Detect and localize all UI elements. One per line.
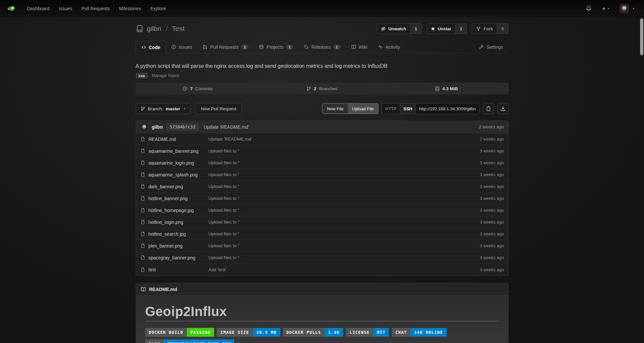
nav-item[interactable]: Milestones	[114, 6, 146, 11]
watchers-count[interactable]: 1	[410, 23, 422, 34]
http-protocol-button[interactable]: HTTP	[382, 103, 400, 114]
new-pull-request-button[interactable]: New Pull Request	[195, 103, 242, 114]
file-commit-message-link[interactable]: Upload files to ''	[209, 160, 480, 165]
readme-body: Geoip2Influx DOCKER BUILD PASSING IMAGE …	[136, 296, 508, 343]
unwatch-button[interactable]: Unwatch	[377, 23, 410, 34]
toolbar-right: New File Upload File HTTP SSH	[322, 103, 508, 114]
file-row: hotline_login.png Upload files to '' 3 w…	[136, 216, 508, 228]
file-name: hotline_search.jpg	[149, 231, 186, 237]
readme-heading: Geoip2Influx	[145, 304, 499, 319]
status-badge[interactable]: LICENSE MIT	[346, 328, 389, 337]
file-commit-message-link[interactable]: Upload files to ''	[209, 220, 480, 224]
create-new-menu[interactable]: + ▾	[602, 6, 609, 12]
file-name: dark_banner.png	[149, 184, 183, 189]
commit-message-link[interactable]: Update 'README.md'	[204, 124, 249, 130]
commits-stat[interactable]: 7 Commits	[136, 83, 260, 94]
file-commit-message-link[interactable]: Upload files to ''	[209, 148, 480, 153]
status-badge[interactable]: CHAT 146 ONLINE	[392, 328, 446, 337]
user-menu[interactable]: ▾	[620, 4, 634, 13]
file-name-link[interactable]: dark_banner.png	[140, 184, 209, 189]
file-commit-message-link[interactable]: Upload files to ''	[209, 184, 480, 189]
file-row: aquamarine_splash.png Upload files to ''…	[136, 169, 508, 181]
tag-icon	[304, 44, 309, 49]
tab-issues[interactable]: Issues	[166, 41, 197, 53]
file-age: 3 weeks ago	[480, 184, 504, 189]
unstar-button[interactable]: ★ Unstar	[427, 23, 456, 34]
fork-label: Fork	[484, 26, 493, 31]
copy-url-button[interactable]	[483, 103, 494, 114]
repo-name-link[interactable]: Test	[172, 25, 185, 33]
new-file-button[interactable]: New File	[322, 104, 348, 114]
file-icon	[140, 172, 145, 177]
file-commit-message-link[interactable]: Upload files to ''	[209, 243, 480, 248]
file-name-link[interactable]: spacegray_banner.png	[140, 255, 209, 260]
scrollbar-thumb[interactable]	[640, 18, 643, 55]
file-name-link[interactable]: plex_banner.png	[140, 243, 209, 249]
status-badge[interactable]: BLOG TECHNICALRAMBLINGS.COM	[145, 339, 235, 343]
manage-topics-link[interactable]: Manage Topics	[152, 73, 180, 78]
ssh-protocol-button[interactable]: SSH	[400, 103, 416, 114]
nav-item[interactable]: Explore	[146, 6, 170, 11]
tab-projects[interactable]: Projects 1	[254, 41, 298, 53]
branch-selector[interactable]: Branch: master ▾	[136, 103, 190, 114]
file-name-link[interactable]: aquamarine_banner.png	[140, 148, 209, 154]
file-name-link[interactable]: hotline_search.jpg	[140, 231, 209, 237]
code-toolbar: Branch: master ▾ New Pull Request New Fi…	[136, 103, 509, 114]
file-name-link[interactable]: test	[140, 267, 209, 272]
branches-stat[interactable]: 2 Branches	[260, 83, 384, 94]
status-badge[interactable]: DOCKER PULLS 1.4K	[283, 328, 344, 337]
topic-tag[interactable]: css	[136, 73, 148, 79]
clone-url-input[interactable]	[416, 103, 479, 114]
notifications-bell-icon[interactable]	[586, 6, 592, 12]
repo-size-value: 4.3 MiB	[442, 86, 458, 91]
fork-action: Fork 0	[472, 23, 508, 34]
file-icon	[140, 267, 145, 272]
file-commit-message-link[interactable]: Upload files to ''	[209, 255, 480, 260]
tab-releases[interactable]: Releases 1	[298, 41, 346, 53]
file-commit-message-link[interactable]: Upload files to ''	[209, 231, 480, 236]
stars-count[interactable]: 1	[456, 23, 467, 34]
file-name-link[interactable]: README.md	[140, 137, 209, 142]
tab-settings[interactable]: Settings	[474, 41, 509, 53]
repo-owner-link[interactable]: gilbn	[147, 25, 161, 33]
readme-header: README.md	[136, 283, 508, 296]
file-name-link[interactable]: aquamarine_splash.png	[140, 172, 209, 177]
commit-sha-link[interactable]: 57384bfc32	[166, 123, 199, 131]
status-badge[interactable]: DOCKER BUILD PASSING	[145, 328, 214, 337]
fork-button[interactable]: Fork	[472, 23, 497, 34]
file-commit-message-link[interactable]: Upload files to ''	[209, 196, 480, 201]
file-name: README.md	[149, 137, 176, 142]
tab-wiki[interactable]: Wiki	[346, 41, 373, 53]
upload-file-button[interactable]: Upload File	[348, 104, 378, 114]
project-board-icon	[259, 44, 264, 49]
file-commit-message-link[interactable]: Update 'README.md'	[209, 137, 480, 142]
file-name-link[interactable]: aquamarine_login.png	[140, 160, 209, 166]
file-name-link[interactable]: hotline_banner.png	[140, 196, 209, 201]
branch-label: Branch:	[148, 106, 163, 111]
tab-activity[interactable]: Activity	[373, 41, 405, 53]
file-name: test	[149, 267, 156, 272]
nav-item[interactable]: Pull Requests	[77, 6, 114, 11]
file-name-link[interactable]: hotline_login.png	[140, 220, 209, 225]
pull-request-icon	[203, 44, 208, 49]
file-commit-message-link[interactable]: Upload files to ''	[209, 208, 480, 213]
commit-author-link[interactable]: gilbn	[152, 124, 163, 130]
file-name-link[interactable]: hotline_homepage.jpg	[140, 208, 209, 213]
file-icon	[140, 196, 145, 201]
nav-item[interactable]: Dashboard	[22, 6, 54, 11]
tab-pull-requests[interactable]: Pull Requests 1	[197, 41, 254, 53]
file-commit-message-link[interactable]: Upload files to ''	[209, 172, 480, 177]
nav-item[interactable]: Issues	[54, 6, 77, 11]
commits-label: Commits	[195, 86, 213, 91]
tab-code[interactable]: Code	[136, 41, 166, 53]
file-row: aquamarine_banner.png Upload files to ''…	[136, 145, 508, 157]
open-book-icon	[141, 287, 146, 292]
status-badge[interactable]: IMAGE SIZE 26.9 MB	[217, 328, 280, 337]
forks-count[interactable]: 0	[497, 23, 508, 34]
file-row: hotline_search.jpg Upload files to '' 3 …	[136, 228, 508, 240]
tab-label: Wiki	[359, 44, 367, 50]
repo-description: A python script that will parse the ngin…	[136, 63, 509, 69]
download-archive-button[interactable]	[497, 103, 509, 114]
gitea-logo[interactable]	[7, 4, 17, 13]
file-commit-message-link[interactable]: Add 'test'	[209, 267, 480, 272]
